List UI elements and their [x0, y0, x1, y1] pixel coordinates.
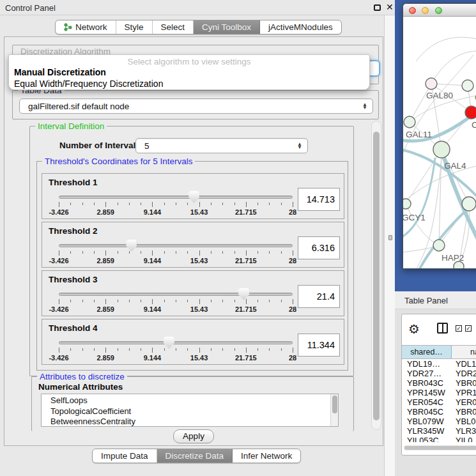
threshold-2-label: Threshold 2: [49, 226, 98, 236]
tab-style-label: Style: [125, 22, 144, 32]
close-traffic-light-icon[interactable]: [409, 7, 416, 14]
table-rows: YDL19…YDL1YDR27…YDR2YBR043CYBR0YPR145WYP…: [402, 359, 476, 442]
scrollbar-thumb[interactable]: [373, 132, 380, 420]
table-data-combo[interactable]: galFiltered.sif default node ▲▼: [19, 98, 373, 114]
tab-infer-network[interactable]: Infer Network: [233, 449, 300, 463]
node-table: ⚙︎ ✓ ✓ shared… na YDL19…YDL1YDR27…YDR2YB…: [401, 314, 476, 456]
close-icon[interactable]: ✕: [386, 2, 394, 12]
threshold-4-label: Threshold 4: [49, 323, 98, 333]
network-node[interactable]: [404, 116, 415, 128]
control-panel-window: Control Panel ✕ Network Style Select Cyn…: [0, 0, 384, 476]
table-row[interactable]: YIL053CYIL0: [402, 436, 476, 442]
algorithm-option-manual[interactable]: Manual Discretization: [9, 66, 369, 78]
column-header-name[interactable]: na: [452, 346, 476, 358]
threshold-4-panel: Threshold 4 -3.4262.8599.14415.4321.7152…: [42, 319, 344, 365]
apply-button[interactable]: Apply: [173, 429, 214, 443]
tab-cyni-toolbox[interactable]: Cyni Toolbox: [194, 20, 260, 34]
column-header-shared[interactable]: shared…: [402, 346, 452, 358]
network-window-titlebar[interactable]: [403, 4, 476, 17]
numerical-attributes-label: Numerical Attributes: [38, 382, 123, 392]
network-view-window[interactable]: GAL80GACGAL11GAL4GCY1HHAP2: [403, 3, 476, 269]
network-node[interactable]: [426, 78, 437, 89]
slider-tick-labels: -3.4262.8599.14415.4321.71528: [59, 305, 293, 314]
tab-infer-network-label: Infer Network: [241, 451, 292, 461]
float-window-icon[interactable]: [374, 4, 381, 11]
table-row[interactable]: YLR345WYLR3: [402, 426, 476, 436]
list-scrollbar[interactable]: [330, 394, 338, 426]
checkbox-icon[interactable]: ✓: [456, 325, 462, 332]
table-toolbar: ⚙︎ ✓ ✓: [402, 314, 476, 344]
table-row[interactable]: YDR27…YDR2: [402, 369, 476, 378]
gear-icon[interactable]: ⚙︎: [408, 321, 420, 337]
table-panel-titlebar: Table Panel: [395, 291, 476, 309]
tab-discretize-data[interactable]: Discretize Data: [157, 449, 233, 463]
thresholds-group-label: Threshold's Coordinates for 5 Intervals: [42, 157, 195, 166]
tab-jactivemnodules[interactable]: jActiveMNodules: [260, 20, 341, 34]
minimize-traffic-light-icon[interactable]: [422, 7, 429, 14]
tab-style[interactable]: Style: [116, 20, 153, 34]
panel-divider[interactable]: [384, 15, 395, 476]
slider-track: [59, 196, 293, 199]
attribute-list-item[interactable]: SelfLoops: [50, 395, 338, 406]
tab-select[interactable]: Select: [153, 20, 194, 34]
network-node[interactable]: [433, 141, 450, 158]
network-node[interactable]: [403, 199, 411, 209]
tab-select-label: Select: [161, 22, 185, 32]
slider-tick-labels: -3.4262.8599.14415.4321.71528: [59, 354, 293, 362]
cyni-toolbox-content: Discretization Algorithm Select algorith…: [4, 36, 383, 446]
network-node[interactable]: [433, 240, 445, 251]
split-columns-icon[interactable]: [437, 323, 448, 334]
checkbox-icon[interactable]: ✓: [465, 325, 472, 332]
table-row[interactable]: YBR043CYBR0: [402, 378, 476, 388]
table-panel: Table Panel ⚙︎ ✓ ✓ shared… na YDL19…YDL1…: [395, 291, 476, 476]
network-node[interactable]: [462, 80, 473, 91]
slider-ticks: [59, 250, 293, 256]
table-row[interactable]: YER054CYER0: [402, 397, 476, 407]
threshold-4-value-field[interactable]: 11.344: [298, 334, 340, 357]
stepper-arrows-icon: ▲▼: [297, 142, 302, 149]
control-panel-titlebar: Control Panel ✕: [0, 0, 395, 15]
attribute-list-item[interactable]: BetweennessCentrality: [50, 417, 338, 427]
number-of-intervals-label: Number of Intervals: [59, 141, 141, 150]
attributes-group-label: Attributes to discretize: [37, 372, 127, 381]
scrollbar-thumb[interactable]: [404, 446, 476, 450]
algorithm-option-equal-width[interactable]: Equal Width/Frequency Discretization: [9, 78, 369, 89]
numerical-attributes-list[interactable]: SelfLoopsTopologicalCoefficientBetweenne…: [41, 394, 339, 427]
threshold-3-panel: Threshold 3 -3.4262.8599.14415.4321.7152…: [42, 270, 344, 316]
algorithm-popup: Select algorithm to view settings Manual…: [8, 54, 370, 90]
num-intervals-combo[interactable]: 5 ▲▼: [135, 138, 308, 153]
threshold-1-value-field[interactable]: 14.713: [298, 188, 340, 211]
threshold-3-value-field[interactable]: 21.4: [298, 285, 340, 308]
threshold-2-panel: Threshold 2 -3.4262.8599.14415.4321.7152…: [42, 222, 344, 268]
table-row[interactable]: YPR145WYPR1: [402, 388, 476, 397]
threshold-2-slider[interactable]: -3.4262.8599.14415.4321.71528: [59, 239, 293, 267]
table-row[interactable]: YDL19…YDL1: [402, 359, 476, 369]
network-node-label: GAL80: [426, 91, 453, 100]
attribute-list-item[interactable]: TopologicalCoefficient: [50, 406, 338, 417]
tab-impute-data[interactable]: Impute Data: [93, 449, 157, 463]
threshold-4-slider[interactable]: -3.4262.8599.14415.4321.71528: [59, 336, 293, 364]
tab-network[interactable]: Network: [56, 20, 116, 34]
algorithm-popup-hint: Select algorithm to view settings: [9, 55, 369, 66]
divider-grip-icon[interactable]: [388, 235, 392, 240]
network-node[interactable]: [465, 106, 476, 119]
screen: Control Panel ✕ Network Style Select Cyn…: [0, 0, 476, 476]
scrollbar-thumb[interactable]: [332, 395, 337, 413]
network-node-label: GAL4: [444, 161, 466, 171]
threshold-3-slider[interactable]: -3.4262.8599.14415.4321.71528: [59, 288, 293, 316]
tab-impute-data-label: Impute Data: [101, 451, 148, 461]
horizontal-scrollbar[interactable]: [404, 445, 476, 450]
network-node-label: GAL11: [406, 130, 432, 139]
network-canvas[interactable]: GAL80GACGAL11GAL4GCY1HHAP2: [403, 17, 476, 269]
zoom-traffic-light-icon[interactable]: [435, 7, 442, 14]
threshold-1-slider[interactable]: -3.4262.8599.14415.4321.71528: [59, 190, 293, 219]
table-row[interactable]: YBL079WYBL0: [402, 417, 476, 426]
slider-track: [59, 341, 293, 344]
table-row[interactable]: YBR045CYBR0: [402, 407, 476, 417]
attributes-group: Attributes to discretize Numerical Attri…: [31, 376, 354, 431]
stepper-arrows-icon: ▲▼: [362, 103, 367, 109]
network-node[interactable]: [462, 197, 476, 211]
threshold-1-panel: Threshold 1 -3.4262.8599.14415.4321.7152…: [42, 173, 344, 219]
threshold-2-value-field[interactable]: 6.316: [298, 236, 340, 259]
vertical-scrollbar[interactable]: [371, 121, 381, 430]
